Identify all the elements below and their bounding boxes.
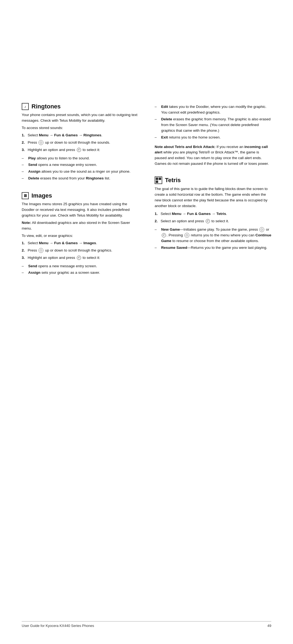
svg-rect-3 — [159, 181, 161, 183]
ringtones-option-send: Send opens a new message entry screen. — [22, 162, 138, 168]
left-column: ♪ Ringtones Your phone contains preset s… — [22, 103, 138, 284]
tetris-svg — [155, 177, 162, 183]
svg-rect-0 — [156, 178, 158, 180]
ringtones-option-delete: Delete erases the sound from your Ringto… — [22, 176, 138, 181]
images-step-2: 2. Press up or down to scroll through th… — [22, 248, 138, 253]
tetris-note-text: Note about Tetris and Brick Attack: If y… — [155, 144, 271, 167]
content-area: ♪ Ringtones Your phone contains preset s… — [0, 0, 293, 311]
ringtones-steps: 1. Select Menu → Fun & Games → Ringtones… — [22, 133, 138, 153]
nav-icon — [39, 140, 43, 145]
page: ♪ Ringtones Your phone contains preset s… — [0, 0, 293, 644]
ringtones-title: ♪ Ringtones — [22, 103, 138, 110]
images-option-edit: Edit takes you to the Doodler, where you… — [155, 104, 271, 115]
svg-rect-1 — [159, 178, 161, 180]
footer-page-number: 49 — [267, 624, 271, 628]
ringtones-step-2: 2. Press up or down to scroll through th… — [22, 140, 138, 146]
ringtones-option-assign: Assign allows you to use the sound as a … — [22, 169, 138, 175]
images-options: Send opens a new message entry screen. A… — [22, 263, 138, 276]
images-continued-section: Edit takes you to the Doodler, where you… — [155, 103, 271, 141]
tetris-heading: Tetris — [165, 177, 181, 184]
footer: User Guide for Kyocera KX440 Series Phon… — [22, 621, 271, 628]
images-body: The Images menu stores 25 graphics you h… — [22, 201, 138, 276]
ringtones-step-1: 1. Select Menu → Fun & Games → Ringtones… — [22, 133, 138, 138]
footer-left-text: User Guide for Kyocera KX440 Series Phon… — [22, 624, 94, 628]
images-option-exit: Exit returns you to the home screen. — [155, 135, 271, 140]
tetris-note: Note about Tetris and Brick Attack: If y… — [155, 144, 271, 167]
tetris-step-1: 1. Select Menu → Fun & Games → Tetris. — [155, 211, 271, 217]
ringtones-intro: Your phone contains preset sounds, which… — [22, 112, 138, 124]
ringtones-option-play: Play allows you to listen to the sound. — [22, 156, 138, 161]
tetris-section: Tetris The goal of this game is to guide… — [155, 176, 271, 255]
tetris-option-resume-saved: Resume Saved—Returns you to the game you… — [155, 245, 271, 251]
tetris-option-new-game: New Game—Initiates game play. To pause t… — [155, 227, 271, 244]
tetris-icon — [155, 176, 162, 184]
images-option-assign: Assign sets your graphic as a screen sav… — [22, 270, 138, 276]
tetris-title: Tetris — [155, 176, 271, 184]
ringtones-step-3: 3. Highlight an option and press to sele… — [22, 147, 138, 153]
images-option-delete: Delete erases the graphic from memory. T… — [155, 117, 271, 134]
images-icon: 🖼 — [22, 192, 29, 199]
svg-rect-2 — [156, 181, 158, 183]
ringtones-section: ♪ Ringtones Your phone contains preset s… — [22, 103, 138, 186]
images-view-label: To view, edit, or erase graphics: — [22, 233, 138, 239]
select-icon-4 — [162, 233, 166, 237]
images-section: 🖼 Images The Images menu stores 25 graph… — [22, 192, 138, 281]
tetris-options: New Game—Initiates game play. To pause t… — [155, 227, 271, 251]
tetris-body: The goal of this game is to guide the fa… — [155, 186, 271, 250]
images-heading: Images — [31, 192, 52, 199]
nav-icon-4 — [184, 233, 189, 238]
ringtones-body: Your phone contains preset sounds, which… — [22, 112, 138, 181]
nav-icon-3 — [259, 227, 264, 232]
right-column: Edit takes you to the Doodler, where you… — [155, 103, 271, 259]
nav-icon-2 — [39, 248, 43, 253]
tetris-intro: The goal of this game is to guide the fa… — [155, 186, 271, 209]
images-steps: 1. Select Menu → Fun & Games → Images. 2… — [22, 240, 138, 261]
ringtones-icon: ♪ — [22, 103, 29, 110]
images-continued-options: Edit takes you to the Doodler, where you… — [155, 104, 271, 140]
images-step-1: 1. Select Menu → Fun & Games → Images. — [22, 240, 138, 246]
ringtones-heading: Ringtones — [31, 103, 61, 110]
select-icon — [77, 148, 81, 152]
select-icon-3 — [206, 219, 210, 223]
ringtones-access-label: To access stored sounds: — [22, 125, 138, 131]
images-title: 🖼 Images — [22, 192, 138, 199]
select-icon-2 — [77, 256, 81, 260]
images-note: Note: All downloaded graphics are also s… — [22, 220, 138, 231]
images-intro: The Images menu stores 25 graphics you h… — [22, 201, 138, 218]
tetris-step-2: 2. Select an option and press to select … — [155, 218, 271, 224]
ringtones-options: Play allows you to listen to the sound. … — [22, 156, 138, 182]
images-step-3: 3. Highlight an option and press to sele… — [22, 255, 138, 261]
images-option-send: Send opens a new message entry screen. — [22, 263, 138, 269]
tetris-steps: 1. Select Menu → Fun & Games → Tetris. 2… — [155, 211, 271, 224]
